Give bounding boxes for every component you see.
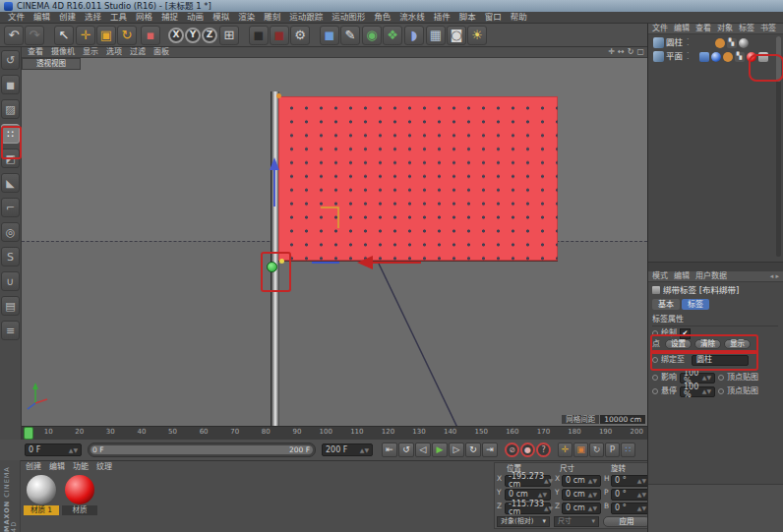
timeline-ruler[interactable]: 1020304050607080901001101201301401501601… [22,426,647,440]
viewport-menu-item[interactable]: 选项 [106,48,122,56]
texture-checker-tag[interactable]: ▚ [735,52,745,62]
live-selection-icon[interactable]: ↖ [54,26,74,45]
rotation-field[interactable]: 0 °▲▼ [611,489,650,501]
deformer-icon[interactable]: ◗ [404,26,424,45]
current-frame-field[interactable]: 0 F▲▼ [25,443,82,456]
size-field[interactable]: 0 cm▲▼ [562,489,601,501]
last-tool-icon[interactable]: ▪ [141,26,160,45]
keyframe-dot[interactable] [652,388,658,394]
apply-button[interactable]: 应用 [603,516,650,527]
am-menu-userdata[interactable]: 用户数据 [695,272,727,280]
object-name[interactable]: 平面 [666,52,683,61]
floor-environment-icon[interactable]: ▦ [426,26,446,45]
move-icon[interactable]: ✛ [76,26,95,45]
influence-field[interactable]: 100 %▲▼ [680,373,715,384]
object-row-cylinder[interactable]: 圆柱 ⁚ ▚ [648,36,776,49]
om-menu-item[interactable]: 文件 [652,25,668,32]
scale-icon[interactable]: ▣ [96,26,116,45]
menu-item[interactable]: 雕刻 [264,13,280,22]
am-menu-edit[interactable]: 编辑 [674,272,690,280]
size-mode-dropdown[interactable]: 尺寸▾ [554,516,599,527]
polygons-mode-icon[interactable]: ◣ [1,173,20,193]
goto-start-button[interactable]: ⇤ [382,443,397,457]
material-tag-gray[interactable] [739,38,749,48]
menu-item[interactable]: 文件 [8,13,25,22]
keyframe-dot[interactable] [718,375,724,381]
om-menu-item[interactable]: 标签 [739,25,754,32]
material-menu-item[interactable]: 创建 [26,463,41,471]
frame-range-slider[interactable]: 0 F 200 F [88,443,316,457]
key-pla-icon[interactable]: ∷ [621,443,635,457]
key-rotation-icon[interactable]: ↻ [589,443,604,457]
lock-y-button[interactable]: Y [185,28,201,43]
menu-item[interactable]: 插件 [434,13,451,22]
keyframe-dot[interactable] [652,375,658,381]
viewport-menu-item[interactable]: 面板 [153,48,169,56]
camera-icon[interactable]: ◙ [447,26,466,45]
material-menu-item[interactable]: 功能 [73,463,89,471]
lock-workplane-icon[interactable]: ≡ [1,321,20,340]
viewport-perspective[interactable]: 查看摄像机显示选项过滤面板 ✛↔↻▢ 透视视图 网格间距 10000 cm [22,47,647,426]
keyframe-selection-button[interactable]: ? [536,443,551,457]
keyframe-dot[interactable] [718,388,724,394]
magnet-icon[interactable]: ∪ [1,271,20,291]
material-item[interactable]: 材质 1 [24,474,59,515]
menu-item[interactable]: 工具 [110,13,127,22]
material-item[interactable]: 材质 [62,474,97,515]
record-button[interactable]: ⊘ [505,443,519,457]
object-name[interactable]: 圆柱 [666,38,683,47]
viewport-menu-item[interactable]: 摄像机 [51,48,75,56]
undo-icon[interactable]: ↶ [4,26,24,45]
material-preview-sphere[interactable] [65,475,94,504]
key-scale-icon[interactable]: ▣ [573,443,588,457]
texture-mode-icon[interactable]: ▨ [1,99,20,119]
plane-object-icon[interactable] [653,51,664,62]
visibility-toggles[interactable]: ⁚ [687,39,690,47]
am-tab[interactable]: 基本 [652,299,680,310]
am-history-arrows[interactable]: ◂ ▸ [770,273,779,280]
coord-mode-dropdown[interactable]: 对象(相对)▾ [497,516,550,527]
render-settings-icon[interactable]: ⚙ [290,26,310,45]
material-preview-sphere[interactable] [27,475,56,504]
om-menu-item[interactable]: 书签 [760,25,776,32]
menu-item[interactable]: 网格 [136,13,152,22]
menu-item[interactable]: 运动图形 [331,13,365,22]
cylinder-object-icon[interactable] [653,37,664,48]
spinner-icon[interactable]: ▲▼ [69,447,78,453]
lock-x-button[interactable]: X [168,28,184,43]
pan-view-icon[interactable]: ✛ [608,48,615,56]
menu-item[interactable]: 脚本 [459,13,476,22]
menu-item[interactable]: 角色 [374,13,391,22]
menu-item[interactable]: 运动跟踪 [289,13,323,22]
material-menu-item[interactable]: 纹理 [96,463,112,471]
timeline-playhead[interactable] [24,427,33,440]
goto-end-button[interactable]: ⇥ [482,443,498,457]
next-frame-button[interactable]: ▷ [449,443,464,457]
workplane-icon[interactable]: ▤ [1,296,20,316]
texture-checker-tag[interactable]: ▚ [727,38,737,48]
om-menu-item[interactable]: 查看 [695,25,711,32]
play-button[interactable]: ▶ [432,443,448,457]
prev-frame-button[interactable]: ◁ [415,443,431,457]
cloth-tag[interactable] [699,52,709,62]
coord-system-icon[interactable]: ⊞ [219,26,239,45]
key-parameter-icon[interactable]: P [605,443,620,457]
position-field[interactable]: -195.273 cm▲▼ [505,475,551,487]
cube-primitive-icon[interactable]: ◼ [320,26,339,45]
range-track[interactable] [90,445,313,454]
phong-tag[interactable] [711,52,721,62]
hover-field[interactable]: 100 %▲▼ [680,386,715,397]
model-mode-icon[interactable]: ◼ [1,75,20,94]
rotation-field[interactable]: 0 °▲▼ [611,475,650,487]
enable-axis-icon[interactable]: ⌐ [1,198,20,217]
material-name[interactable]: 材质 [62,505,97,515]
toggle-view-icon[interactable]: ▢ [636,48,644,56]
snap-icon[interactable]: S [1,247,20,266]
autokey-button[interactable]: ● [520,443,535,457]
om-menu-item[interactable]: 对象 [717,25,733,32]
menu-item[interactable]: 帮助 [511,13,527,22]
menu-item[interactable]: 模拟 [212,13,229,22]
viewport-menu-item[interactable]: 过滤 [130,48,146,56]
render-region-icon[interactable]: ◼ [270,26,289,45]
material-menu-item[interactable]: 编辑 [49,463,65,471]
